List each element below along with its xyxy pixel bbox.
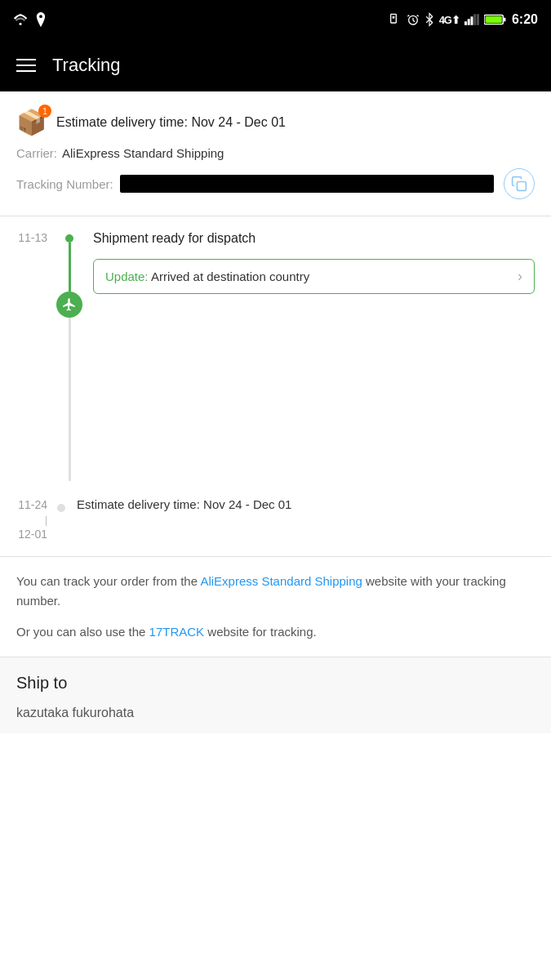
tracking-label: Tracking Number:	[16, 177, 113, 191]
timeline-date-1: 11-13	[0, 229, 57, 244]
tracking-number-redacted	[120, 175, 494, 193]
info-text-1-before: You can track your order from the	[16, 574, 200, 588]
svg-rect-5	[468, 19, 470, 25]
timeline-estimate-text: Estimate delivery time: Nov 24 - Dec 01	[65, 497, 551, 511]
timeline-date-start: 11-24	[0, 497, 47, 514]
svg-rect-4	[464, 21, 467, 25]
app-header: Tracking	[0, 39, 551, 91]
timeline-date-range: 11-24 | 12-01	[0, 497, 57, 543]
timeline-bottom-row: 11-24 | 12-01 Estimate delivery time: No…	[0, 497, 551, 543]
update-text: Update: Arrived at destination country	[105, 270, 309, 283]
plane-icon	[62, 297, 77, 312]
timeline-dot-top	[65, 234, 73, 243]
timeline-event-1: Shipment ready for dispatch	[93, 229, 535, 246]
carrier-row: Carrier: AliExpress Standard Shipping	[16, 146, 535, 160]
timeline-dot-bottom-wrap	[57, 497, 65, 512]
carrier-value: AliExpress Standard Shipping	[62, 146, 224, 160]
timeline-dot-gray	[57, 504, 65, 512]
maps-icon	[34, 12, 47, 27]
sim-icon	[389, 13, 402, 26]
17track-link[interactable]: 17TRACK	[149, 625, 205, 639]
status-icons-left	[13, 12, 47, 27]
hamburger-menu-button[interactable]	[16, 59, 36, 72]
svg-point-0	[20, 23, 22, 25]
svg-rect-11	[486, 16, 502, 23]
update-box[interactable]: Update: Arrived at destination country ›	[93, 259, 535, 294]
ship-to-name: kazutaka fukurohata	[16, 706, 535, 720]
svg-rect-2	[392, 16, 394, 19]
timeline-line-gray	[69, 318, 71, 481]
info-text-2-after: website for tracking.	[204, 625, 317, 639]
battery-icon	[484, 14, 507, 25]
package-info-section: 📦 1 Estimate delivery time: Nov 24 - Dec…	[0, 91, 551, 216]
svg-rect-10	[503, 18, 505, 22]
ship-to-title: Ship to	[16, 674, 535, 693]
tracking-number-row: Tracking Number:	[16, 168, 535, 199]
status-time: 6:20	[512, 12, 538, 27]
timeline-dot-plane	[56, 292, 82, 318]
carrier-label: Carrier:	[16, 146, 57, 160]
page-title: Tracking	[52, 55, 121, 76]
timeline-content-1: Shipment ready for dispatch Update: Arri…	[82, 229, 551, 294]
copy-button[interactable]	[504, 168, 535, 199]
info-text-2-before: Or you can also use the	[16, 625, 149, 639]
timeline-section: 11-13 Shipment ready for dispatch Update…	[0, 216, 551, 557]
svg-rect-12	[518, 182, 527, 191]
update-description: Arrived at destination country	[151, 270, 309, 283]
timeline-line-green	[69, 243, 71, 292]
ship-to-section: Ship to kazutaka fukurohata	[0, 657, 551, 733]
package-icon-wrap: 📦 1	[16, 108, 47, 136]
aliexpress-shipping-link[interactable]: AliExpress Standard Shipping	[200, 574, 362, 588]
svg-rect-7	[473, 14, 476, 25]
timeline-row-1: 11-13 Shipment ready for dispatch Update…	[0, 229, 551, 481]
timeline-date-end: 12-01	[0, 527, 47, 543]
info-paragraph-2: Or you can also use the 17TRACK website …	[16, 622, 535, 642]
info-paragraph-1: You can track your order from the AliExp…	[16, 572, 535, 611]
timeline-line-col-1	[57, 229, 82, 481]
main-content: 📦 1 Estimate delivery time: Nov 24 - Dec…	[0, 91, 551, 733]
svg-rect-8	[477, 14, 479, 25]
status-bar: 4G⬆ 6:20	[0, 0, 551, 39]
bluetooth-icon	[424, 12, 434, 27]
package-badge: 1	[38, 105, 51, 118]
signal-icon	[464, 14, 479, 25]
info-section: You can track your order from the AliExp…	[0, 557, 551, 657]
wifi-icon	[13, 14, 28, 25]
svg-rect-6	[470, 16, 473, 25]
alarm-icon	[407, 13, 420, 26]
svg-rect-1	[390, 14, 396, 23]
update-label: Update:	[105, 270, 149, 283]
copy-icon	[511, 176, 527, 192]
package-header: 📦 1 Estimate delivery time: Nov 24 - Dec…	[16, 108, 535, 136]
delivery-estimate-header: Estimate delivery time: Nov 24 - Dec 01	[56, 115, 286, 130]
chevron-right-icon: ›	[518, 268, 522, 285]
network-indicator: 4G⬆	[439, 14, 460, 26]
status-icons-right: 4G⬆ 6:20	[389, 12, 538, 27]
